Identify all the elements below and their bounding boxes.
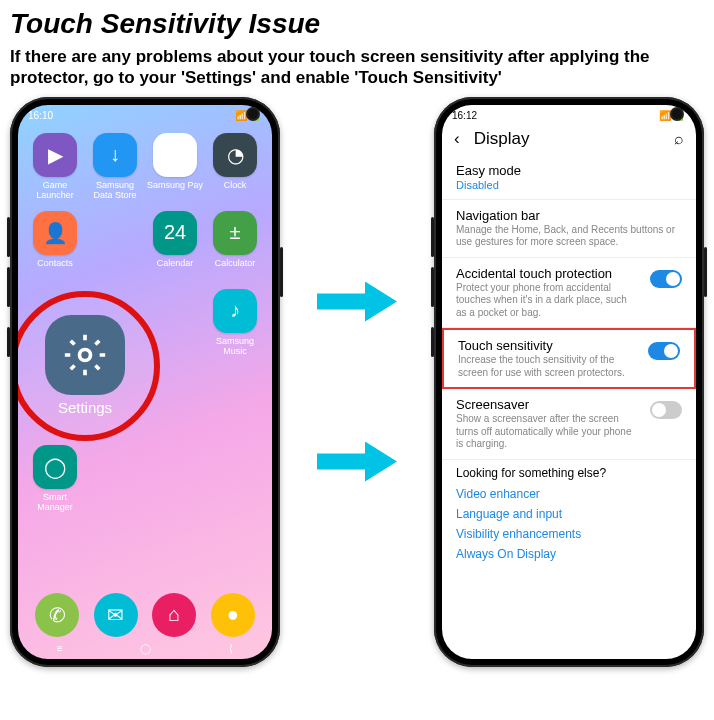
related-heading: Looking for something else?: [456, 466, 682, 480]
phone-left: 16:10 📶 🔋 ▶Game Launcher↓Samsung Data St…: [10, 97, 280, 667]
arrows: [317, 282, 397, 482]
settings-header: ‹ Display ⌕: [442, 127, 696, 155]
setting-accidental-touch-protection[interactable]: Accidental touch protectionProtect your …: [442, 258, 696, 329]
link-visibility-enhancements[interactable]: Visibility enhancements: [456, 524, 682, 544]
svg-point-0: [80, 350, 91, 361]
page-title: Touch Sensitivity Issue: [10, 8, 704, 40]
android-nav: ≡ ◯ ⟨: [18, 639, 272, 659]
status-bar: 16:10 📶 🔋: [18, 105, 272, 127]
app-label: Smart Manager: [26, 492, 84, 512]
setting-title: Easy mode: [456, 163, 682, 178]
app-samsung-data-store[interactable]: ↓Samsung Data Store: [86, 133, 144, 209]
settings-label: Settings: [58, 399, 112, 416]
settings-title: Display: [474, 129, 530, 149]
app-icon: ♪: [213, 289, 257, 333]
home-screen: 16:10 📶 🔋 ▶Game Launcher↓Samsung Data St…: [18, 105, 272, 659]
dock-app[interactable]: ✉: [94, 593, 138, 637]
app-grid: ▶Game Launcher↓Samsung Data StorePaySams…: [18, 127, 272, 521]
front-camera: [248, 109, 258, 119]
app-label: Samsung Data Store: [86, 180, 144, 200]
setting-desc: Show a screensaver after the screen turn…: [456, 413, 640, 451]
arrow-icon: [317, 282, 397, 322]
page-subtitle: If there are any problems about your tou…: [10, 46, 704, 89]
app-samsung-pay[interactable]: PaySamsung Pay: [146, 133, 204, 209]
link-always-on-display[interactable]: Always On Display: [456, 544, 682, 564]
app-icon: 24: [153, 211, 197, 255]
setting-desc: Protect your phone from accidental touch…: [456, 282, 640, 320]
app-contacts[interactable]: 👤Contacts: [26, 211, 84, 287]
app-smart-manager[interactable]: ◯Smart Manager: [26, 445, 84, 521]
app-icon: 👤: [33, 211, 77, 255]
phone-right: 16:12 📶 🔋 ‹ Display ⌕ Easy modeDisabledN…: [434, 97, 704, 667]
app-icon: ◔: [213, 133, 257, 177]
app-icon: ±: [213, 211, 257, 255]
setting-navigation-bar[interactable]: Navigation barManage the Home, Back, and…: [442, 200, 696, 258]
dock-app[interactable]: ●: [211, 593, 255, 637]
app-icon: ◯: [33, 445, 77, 489]
back-icon[interactable]: ‹: [454, 129, 460, 149]
app-icon: Pay: [153, 133, 197, 177]
app-calculator[interactable]: ±Calculator: [206, 211, 264, 287]
front-camera: [672, 109, 682, 119]
toggle[interactable]: [650, 401, 682, 419]
app-icon: ↓: [93, 133, 137, 177]
setting-easy-mode[interactable]: Easy modeDisabled: [442, 155, 696, 200]
nav-home-icon[interactable]: ◯: [140, 643, 151, 654]
toggle[interactable]: [650, 270, 682, 288]
link-video-enhancer[interactable]: Video enhancer: [456, 484, 682, 504]
nav-recent-icon[interactable]: ≡: [57, 643, 63, 654]
app-label: Calculator: [215, 258, 256, 268]
app-label: Samsung Pay: [147, 180, 203, 190]
app-label: Samsung Music: [206, 336, 264, 356]
app-samsung-music[interactable]: ♪Samsung Music: [206, 289, 264, 365]
app-clock[interactable]: ◔Clock: [206, 133, 264, 209]
status-time: 16:12: [452, 110, 477, 121]
status-bar: 16:12 📶 🔋: [442, 105, 696, 127]
dock: ✆✉⌂●: [18, 593, 272, 637]
search-icon[interactable]: ⌕: [674, 130, 684, 148]
nav-back-icon[interactable]: ⟨: [229, 643, 233, 654]
setting-title: Screensaver: [456, 397, 640, 412]
setting-desc: Manage the Home, Back, and Recents butto…: [456, 224, 682, 249]
setting-screensaver[interactable]: ScreensaverShow a screensaver after the …: [442, 389, 696, 460]
arrow-icon: [317, 442, 397, 482]
settings-app[interactable]: Settings: [26, 289, 144, 443]
setting-title: Touch sensitivity: [458, 338, 638, 353]
toggle[interactable]: [648, 342, 680, 360]
gear-icon: [45, 315, 125, 395]
related-links: Looking for something else?Video enhance…: [442, 460, 696, 570]
app-label: Game Launcher: [26, 180, 84, 200]
highlight-circle: Settings: [18, 291, 160, 441]
app-label: Clock: [224, 180, 247, 190]
app-label: Calendar: [157, 258, 194, 268]
dock-app[interactable]: ⌂: [152, 593, 196, 637]
content-row: 16:10 📶 🔋 ▶Game Launcher↓Samsung Data St…: [10, 97, 704, 667]
settings-list: Easy modeDisabledNavigation barManage th…: [442, 155, 696, 659]
app-game-launcher[interactable]: ▶Game Launcher: [26, 133, 84, 209]
setting-value: Disabled: [456, 179, 682, 191]
setting-title: Navigation bar: [456, 208, 682, 223]
setting-touch-sensitivity[interactable]: Touch sensitivityIncrease the touch sens…: [442, 328, 696, 389]
app-icon: ▶: [33, 133, 77, 177]
app-label: Contacts: [37, 258, 73, 268]
link-language-and-input[interactable]: Language and input: [456, 504, 682, 524]
app-calendar[interactable]: 24Calendar: [146, 211, 204, 287]
display-settings-screen: 16:12 📶 🔋 ‹ Display ⌕ Easy modeDisabledN…: [442, 105, 696, 659]
status-time: 16:10: [28, 110, 53, 121]
dock-app[interactable]: ✆: [35, 593, 79, 637]
setting-title: Accidental touch protection: [456, 266, 640, 281]
setting-desc: Increase the touch sensitivity of the sc…: [458, 354, 638, 379]
